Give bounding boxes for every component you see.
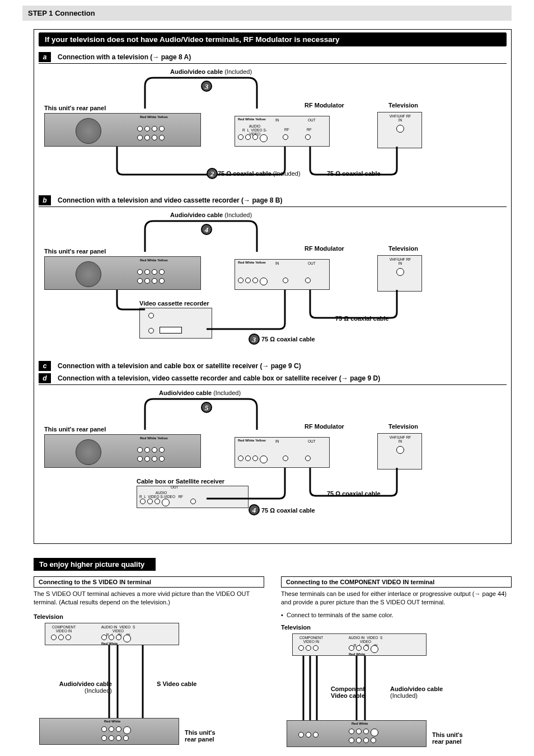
sat-rl: AUDIOR L VIDEO S-VIDEO RF	[139, 491, 184, 499]
in-b: IN	[275, 261, 279, 265]
ports-b1b	[137, 278, 165, 284]
sec-a-ref: → page 8 A	[152, 53, 189, 61]
rf-mod-b: Red White Yellow IN OUT	[235, 259, 330, 290]
rfports-d	[238, 456, 268, 463]
vhf-a: VHF/UHF RF IN	[389, 114, 411, 122]
tvport-a	[396, 125, 404, 133]
sec-a-text: Connection with a television (	[58, 53, 152, 61]
unit-panel-cv: Red White	[287, 720, 427, 747]
component-title: Connecting to the COMPONENT VIDEO IN ter…	[281, 576, 512, 588]
component-body1: These terminals can be used for either i…	[281, 590, 512, 607]
section-a-title: Connection with a television (→ page 8 A…	[58, 53, 191, 61]
av-cable-arc-d	[139, 396, 263, 435]
rear-label-b: This unit's rear panel	[44, 248, 106, 255]
tvport-b	[396, 268, 404, 276]
rfmod-label-a: RF Modulator	[305, 102, 344, 109]
rfinp-d	[283, 456, 288, 461]
diagram-d: Audio/video cable (Included) This unit's…	[39, 389, 507, 535]
section-b-header: b Connection with a television and video…	[39, 194, 507, 207]
tvport-d	[396, 446, 404, 454]
tv-panel-cv: COMPONENT VIDEO IN AUDIO IN VIDEO S VIDE…	[292, 633, 427, 656]
diagram-b: Audio/video cable (Included) This unit's…	[39, 212, 507, 357]
tvp-av-cv	[349, 645, 378, 653]
rwy-b1: Red White Yellow	[140, 259, 168, 262]
rwy-d1: Red White Yellow	[140, 436, 168, 440]
letter-d: d	[39, 373, 51, 383]
out-a: OUT	[308, 118, 316, 122]
in-d: IN	[275, 439, 279, 443]
component-bullet: Connect to terminals of the same color.	[281, 611, 512, 619]
tv-panel-sv: COMPONENT VIDEO IN AUDIO IN VIDEO S VIDE…	[45, 623, 179, 645]
section-c-title: Connection with a television and cable b…	[58, 362, 301, 370]
svideo-diagram: COMPONENT VIDEO IN AUDIO IN VIDEO S VIDE…	[34, 620, 264, 749]
step-2-a: 2	[207, 168, 218, 179]
rwy-d2: Red White Yellow	[238, 439, 266, 442]
coax-sat-rf	[201, 468, 291, 513]
rfport-out-a	[305, 134, 311, 140]
coax-rear-vcr	[111, 290, 151, 312]
sec-b-text: Connection with a television and video c…	[58, 196, 243, 204]
vhf-d: VHF/UHF RF IN	[389, 435, 411, 443]
tv-a: VHF/UHF RF IN	[377, 112, 422, 148]
coax-rf-tv-d	[305, 468, 402, 499]
rf-mod-d: Red White Yellow IN OUT	[235, 437, 330, 468]
coax-vcr-rf	[201, 321, 291, 343]
coax-cable-2a	[305, 147, 402, 177]
rear-label-sv: This unit'srear panel	[185, 729, 216, 743]
vcrp1	[148, 313, 154, 318]
step-4-b: 4	[201, 224, 212, 235]
section-d-title: Connection with a television, video cass…	[58, 374, 380, 382]
component-diagram: COMPONENT VIDEO IN AUDIO IN VIDEO S VIDE…	[281, 631, 512, 751]
out-d: OUT	[308, 439, 316, 443]
ports-d1	[137, 447, 165, 453]
unit-ports-cv	[349, 729, 378, 736]
rear-panel-d: Red White Yellow	[44, 434, 201, 468]
sec-d-ref: → page 9 D	[341, 374, 378, 382]
section-c-header: c Connection with a television and cable…	[39, 360, 507, 372]
comp-in-sv: COMPONENT VIDEO IN	[50, 625, 78, 633]
rfinp-b	[283, 278, 288, 283]
sec-c-ref: → page 9 C	[262, 362, 298, 370]
in-a: IN	[275, 118, 279, 122]
step-4-d: 4	[249, 504, 260, 515]
comp-cable-line-cv	[298, 656, 326, 723]
tvp-comp-sv	[51, 635, 71, 640]
diagram-a: Audio/video cable (Included) This unit's…	[39, 68, 507, 191]
tv-b: VHF/UHF RF IN	[377, 255, 422, 292]
sec-d-close: )	[378, 374, 380, 382]
tv-label-cv: Television	[281, 624, 512, 631]
svideo-title: Connecting to the S VIDEO IN terminal	[34, 576, 264, 588]
rwy-a2: Red White Yellow	[238, 118, 266, 121]
av-cable-label-d: Audio/video cable (Included)	[159, 389, 241, 396]
sec-c-text: Connection with a television and cable b…	[58, 362, 262, 370]
rf-modulator-section: If your television does not have Audio/V…	[34, 29, 512, 544]
rear-panel-a: Red White Yellow	[44, 113, 201, 147]
av-cable-line-sv	[101, 645, 134, 721]
step-5-d: 5	[201, 402, 212, 413]
sec-c-close: )	[299, 362, 301, 370]
out-b: OUT	[308, 261, 316, 265]
sec-b-close: )	[280, 196, 282, 204]
unit-ports-sv	[101, 726, 131, 734]
rfports-b	[238, 278, 268, 285]
av-cable-label-b: Audio/video cable (Included)	[170, 212, 252, 218]
rf-band: If your television does not have Audio/V…	[39, 32, 507, 46]
tv-d: VHF/UHF RF IN	[377, 433, 422, 469]
rf1-a: RF	[284, 128, 289, 132]
ports-b1	[137, 269, 165, 275]
tvp-av-sv	[101, 635, 131, 642]
comp-in-cv: COMPONENT VIDEO IN	[297, 636, 325, 644]
letter-a: a	[39, 52, 51, 62]
tv-label-sv: Television	[34, 613, 264, 620]
vcr-slot	[160, 327, 182, 334]
step-3-b: 3	[249, 334, 260, 345]
av-cable-cv: Audio/video cable(Included)	[390, 685, 443, 699]
rfports-a	[238, 134, 268, 142]
av-cable-arc-b	[139, 218, 263, 257]
rear-label-d: This unit's rear panel	[44, 426, 106, 433]
component-col: Connecting to the COMPONENT VIDEO IN ter…	[281, 576, 512, 751]
letter-c: c	[39, 361, 51, 371]
rear-label-cv: This unit'srear panel	[432, 731, 463, 745]
svideo-cable-line-sv	[132, 645, 154, 721]
section-d-header: d Connection with a television, video ca…	[39, 372, 507, 385]
